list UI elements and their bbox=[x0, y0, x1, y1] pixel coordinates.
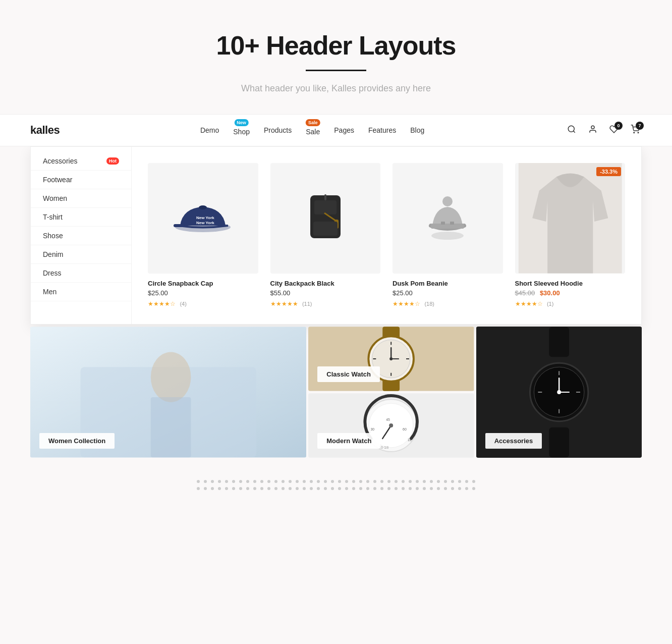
product-image-cap: New York New York bbox=[148, 163, 258, 274]
user-icon bbox=[588, 125, 597, 134]
dot bbox=[416, 487, 419, 490]
dot bbox=[197, 487, 200, 490]
dot bbox=[444, 487, 447, 490]
account-button[interactable] bbox=[586, 123, 599, 138]
nav-link-demo[interactable]: Demo bbox=[200, 126, 219, 134]
cap-illustration: New York New York bbox=[170, 193, 236, 243]
category-footwear[interactable]: Footwear bbox=[31, 171, 131, 189]
category-men[interactable]: Men bbox=[31, 283, 131, 301]
dot bbox=[267, 487, 270, 490]
svg-text:New York: New York bbox=[196, 221, 214, 225]
nav-item-demo[interactable]: Demo bbox=[200, 126, 219, 135]
product-image-hoodie: -33.3% bbox=[515, 163, 626, 274]
hero-section: 10+ Header Layouts What header you like,… bbox=[0, 0, 672, 114]
dot bbox=[444, 480, 447, 483]
dot bbox=[430, 487, 433, 490]
nav-link-products[interactable]: Products bbox=[264, 126, 292, 134]
wishlist-button[interactable]: 0 bbox=[607, 123, 621, 138]
nav-item-sale[interactable]: Sale Sale bbox=[306, 124, 320, 136]
dot bbox=[282, 487, 285, 490]
dot bbox=[472, 487, 475, 490]
svg-point-6 bbox=[199, 205, 207, 209]
category-label: Footwear bbox=[43, 176, 72, 184]
product-name-cap: Circle Snapback Cap bbox=[148, 280, 258, 287]
svg-text:45: 45 bbox=[386, 418, 390, 421]
dot bbox=[359, 487, 362, 490]
nav-item-shop[interactable]: New Shop bbox=[233, 124, 250, 136]
category-sidebar: Acessories Hot Footwear Women T-shirt Sh… bbox=[31, 147, 132, 324]
svg-point-37 bbox=[389, 357, 393, 360]
nav-item-features[interactable]: Features bbox=[368, 126, 396, 135]
dot bbox=[458, 480, 461, 483]
category-label: Dress bbox=[43, 269, 62, 277]
site-header: kalles Demo New Shop Products Sale Sale … bbox=[0, 114, 672, 146]
product-card-backpack[interactable]: City Backpack Black $55.00 ★★★★★ (11) bbox=[264, 157, 387, 314]
product-name-beanie: Dusk Pom Beanie bbox=[393, 280, 503, 287]
dot bbox=[402, 480, 405, 483]
product-rating-beanie: ★★★★☆ (18) bbox=[393, 299, 503, 308]
dot bbox=[260, 487, 263, 490]
nav-item-blog[interactable]: Blog bbox=[410, 126, 424, 135]
svg-point-4 bbox=[638, 132, 639, 133]
svg-rect-18 bbox=[441, 222, 445, 225]
banner-women-collection[interactable]: Women Collection bbox=[30, 327, 306, 458]
search-button[interactable] bbox=[565, 123, 578, 138]
nav-link-shop[interactable]: Shop bbox=[233, 128, 250, 136]
product-card-beanie[interactable]: Dusk Pom Beanie $25.00 ★★★★☆ (18) bbox=[386, 157, 509, 314]
dot bbox=[246, 487, 249, 490]
hero-title: 10+ Header Layouts bbox=[10, 30, 662, 61]
product-card-hoodie[interactable]: -33.3% Short Sleeved Hoodie $45.00 $30.0… bbox=[509, 157, 632, 314]
banner-accessories[interactable]: Accessories bbox=[476, 327, 642, 458]
nav-item-pages[interactable]: Pages bbox=[334, 126, 354, 135]
dot bbox=[423, 487, 426, 490]
category-label: Shose bbox=[43, 232, 63, 240]
dot bbox=[395, 487, 398, 490]
category-women[interactable]: Women bbox=[31, 189, 131, 208]
dot bbox=[437, 480, 440, 483]
category-tshirt[interactable]: T-shirt bbox=[31, 208, 131, 227]
category-dress[interactable]: Dress bbox=[31, 264, 131, 283]
banner-classic-watch[interactable]: Classic Watch bbox=[308, 327, 474, 391]
nav-menu: Demo New Shop Products Sale Sale Pages F… bbox=[200, 124, 424, 136]
dot bbox=[465, 487, 468, 490]
dot bbox=[458, 487, 461, 490]
dot bbox=[380, 487, 383, 490]
logo: kalles bbox=[30, 124, 60, 137]
dot bbox=[317, 487, 320, 490]
nav-link-sale[interactable]: Sale bbox=[306, 128, 320, 136]
dot bbox=[211, 487, 214, 490]
cart-count: 7 bbox=[636, 122, 644, 130]
svg-text:60: 60 bbox=[403, 427, 407, 431]
category-label: Acessories bbox=[43, 157, 77, 165]
dot bbox=[246, 480, 249, 483]
dot bbox=[211, 480, 214, 483]
banner-modern-watch[interactable]: 0 30 45 60 12 10·18 Modern Watch bbox=[308, 393, 474, 458]
dot bbox=[282, 480, 285, 483]
cart-button[interactable]: 7 bbox=[629, 123, 642, 138]
nav-link-features[interactable]: Features bbox=[368, 126, 396, 134]
dot bbox=[225, 487, 228, 490]
nav-badge-sale: Sale bbox=[306, 119, 320, 126]
svg-rect-25 bbox=[151, 397, 191, 457]
dot bbox=[352, 487, 355, 490]
dot bbox=[310, 487, 313, 490]
product-price-beanie: $25.00 bbox=[393, 289, 503, 297]
category-accessories[interactable]: Acessories Hot bbox=[31, 152, 131, 171]
dot bbox=[366, 480, 369, 483]
nav-link-pages[interactable]: Pages bbox=[334, 126, 354, 134]
nav-link-blog[interactable]: Blog bbox=[410, 126, 424, 134]
category-shose[interactable]: Shose bbox=[31, 227, 131, 245]
dot bbox=[465, 480, 468, 483]
dot bbox=[225, 480, 228, 483]
category-denim[interactable]: Denim bbox=[31, 245, 131, 264]
svg-text:12: 12 bbox=[408, 438, 412, 441]
dot bbox=[409, 487, 412, 490]
dot bbox=[296, 487, 299, 490]
svg-rect-11 bbox=[324, 194, 326, 200]
dot bbox=[345, 480, 348, 483]
product-card-cap[interactable]: New York New York Circle Snapback Cap $2… bbox=[142, 157, 264, 314]
nav-item-products[interactable]: Products bbox=[264, 126, 292, 135]
dot bbox=[204, 480, 207, 483]
dot bbox=[437, 487, 440, 490]
dot bbox=[204, 487, 207, 490]
